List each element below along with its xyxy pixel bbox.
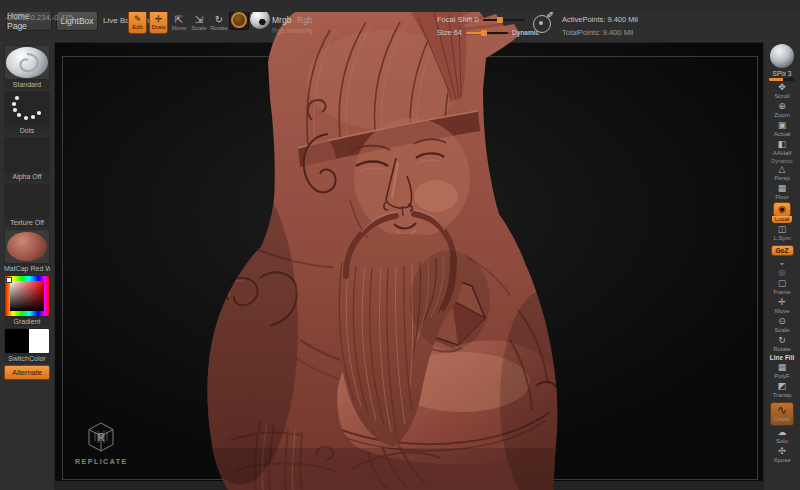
shelf-local[interactable]: ◉ Local bbox=[772, 202, 792, 223]
shelf-transp[interactable]: ◩ Transp bbox=[773, 381, 791, 399]
shelf-aahalf[interactable]: ◧ AAHalf bbox=[773, 139, 792, 157]
saturation-square[interactable] bbox=[10, 281, 44, 311]
shelf-magnify-dot[interactable]: ◎ bbox=[779, 268, 786, 277]
focal-shift-slider-label: Focal Shift 0 bbox=[437, 15, 479, 24]
shelf-rotate3d[interactable]: ↻ Rotate bbox=[773, 335, 791, 353]
sculpture-model[interactable] bbox=[200, 0, 570, 490]
color-picker[interactable]: Gradient bbox=[4, 275, 50, 326]
shelf-zoom[interactable]: ⊕ Zoom bbox=[774, 101, 789, 119]
focal-shift-slider[interactable] bbox=[483, 19, 525, 21]
shelf-polyf[interactable]: ▦ PolyF bbox=[774, 362, 789, 380]
secondary-color-swatch[interactable] bbox=[29, 329, 49, 353]
shelf-bpr-render[interactable] bbox=[770, 44, 794, 68]
main-color-swatch[interactable] bbox=[5, 329, 29, 353]
current-material[interactable]: MatCap Red Wax bbox=[4, 229, 50, 273]
watermark-brand: REPLICATE bbox=[75, 458, 128, 465]
current-texture[interactable]: Texture Off bbox=[4, 183, 50, 227]
shelf-lsym[interactable]: ◫ L.Sym bbox=[773, 224, 790, 242]
shelf-persp[interactable]: Dynamic △ Persp bbox=[771, 158, 792, 182]
total-points: TotalPoints: 9.400 Mil bbox=[562, 26, 638, 39]
color-marker bbox=[6, 277, 12, 283]
rgb-button[interactable]: Rgb bbox=[297, 15, 313, 25]
replicate-cube-icon: R bbox=[87, 422, 115, 452]
brush-sliders: Focal Shift 0 Size 64 Dynamic bbox=[437, 13, 539, 39]
shelf-actual[interactable]: ▣ Actual bbox=[774, 120, 791, 138]
draw-button[interactable]: ✛ Draw bbox=[149, 9, 168, 34]
shelf-ghost[interactable]: ∿ Ghost bbox=[770, 402, 794, 426]
active-points: ActivePoints: 9.400 Mil bbox=[562, 13, 638, 26]
shelf-linefill[interactable]: Line Fill bbox=[770, 354, 795, 361]
switch-color[interactable]: SwitchColor bbox=[4, 328, 50, 363]
shelf-scale3d[interactable]: ⊙ Scale bbox=[774, 316, 789, 334]
watermark: R REPLICATE bbox=[75, 422, 128, 465]
current-stroke[interactable]: Dots bbox=[4, 91, 50, 135]
brush-swirl-icon bbox=[5, 46, 49, 79]
cursor-coordinates: -0.005,-0.234,-0.475 bbox=[5, 13, 73, 22]
alternate[interactable]: Alternate bbox=[4, 365, 50, 380]
draw-size-slider-label: Size 64 bbox=[437, 28, 462, 37]
matcap-sphere-icon bbox=[7, 232, 47, 261]
shelf-solo[interactable]: ☁ Solo bbox=[776, 427, 788, 445]
right-shelf: SPix 3 ✥ Scroll ⊕ Zoom ▣ Actual ◧ AA bbox=[763, 42, 800, 490]
shelf-spix-slider[interactable]: SPix 3 bbox=[769, 70, 795, 81]
svg-text:R: R bbox=[98, 432, 106, 443]
current-alpha[interactable]: Alpha Off bbox=[4, 137, 50, 181]
edit-button[interactable]: ✎ Edit bbox=[128, 9, 147, 34]
sculptris-pro-button[interactable]: ✐ bbox=[533, 15, 551, 33]
edit-icon: ✎ bbox=[134, 14, 142, 24]
left-tray: Standard Dots Alpha Off Texture Off MatC… bbox=[0, 42, 55, 490]
move-icon: ⇱ bbox=[175, 14, 183, 25]
rgb-intensity-label: Rgb Intensity bbox=[272, 27, 313, 34]
draw-icon: ✛ bbox=[155, 14, 163, 24]
draw-size-slider[interactable] bbox=[466, 32, 508, 34]
zbrush-window: -0.005,-0.234,-0.475 Home Page LightBox … bbox=[0, 0, 800, 490]
shelf-see-through[interactable]: ◒ bbox=[780, 258, 785, 267]
current-brush[interactable]: Standard bbox=[4, 45, 50, 89]
shelf-frame[interactable]: ▢ Frame bbox=[773, 278, 790, 296]
menubar bbox=[0, 0, 800, 12]
shelf-scroll[interactable]: ✥ Scroll bbox=[774, 82, 789, 100]
dots-stroke-icon bbox=[5, 92, 49, 125]
shelf-floor[interactable]: ▦ Floor bbox=[775, 183, 789, 201]
shelf-goz[interactable]: GoZ bbox=[771, 245, 794, 256]
move-button[interactable]: ⇱ Move bbox=[170, 11, 188, 33]
points-counter: ActivePoints: 9.400 Mil TotalPoints: 9.4… bbox=[562, 13, 638, 39]
shelf-move3d[interactable]: ✛ Move bbox=[775, 297, 790, 315]
mrgb-button[interactable]: Mrgb bbox=[272, 15, 291, 25]
shelf-xpose[interactable]: ✣ Xpose bbox=[773, 446, 790, 464]
